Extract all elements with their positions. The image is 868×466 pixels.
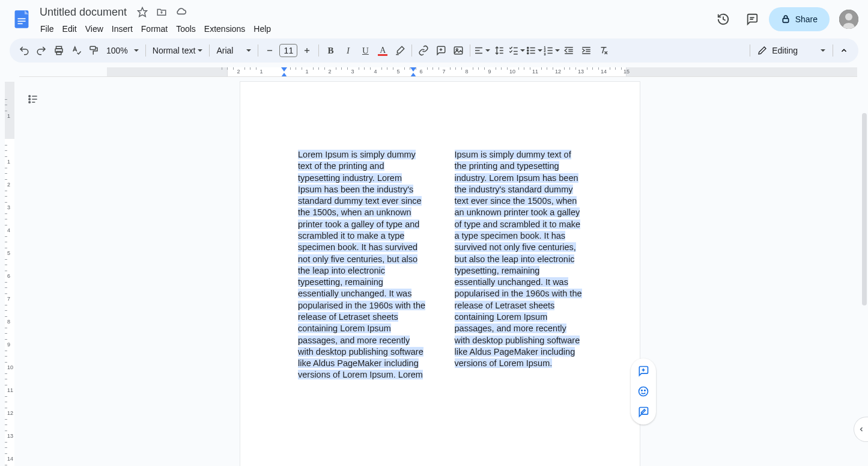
menu-tools[interactable]: Tools	[172, 23, 200, 35]
svg-point-64	[645, 390, 646, 391]
svg-rect-3	[17, 23, 22, 25]
highlight-button[interactable]	[392, 42, 408, 59]
undo-button[interactable]	[16, 42, 32, 59]
svg-rect-7	[783, 19, 788, 23]
paragraph-style-dropdown[interactable]: Normal text	[149, 46, 207, 55]
add-comment-icon[interactable]	[634, 362, 652, 380]
star-icon[interactable]	[135, 5, 150, 19]
clear-formatting-button[interactable]	[595, 42, 612, 59]
menu-edit[interactable]: Edit	[58, 23, 81, 35]
zoom-dropdown[interactable]: 100%	[103, 46, 142, 55]
menu-insert[interactable]: Insert	[108, 23, 137, 35]
column-1[interactable]: Lorem Ipsum is simply dummy text of the …	[298, 149, 426, 381]
editing-mode-dropdown[interactable]: Editing	[753, 46, 830, 55]
column-2[interactable]: Ipsum is simply dummy text of the printi…	[455, 149, 583, 381]
toolbar: 100% Normal text Arial B I U A 123 Editi…	[10, 38, 858, 63]
svg-point-33	[527, 50, 529, 51]
insert-image-button[interactable]	[450, 42, 467, 59]
vertical-ruler[interactable]: 112345678910111213141516	[0, 77, 19, 466]
move-icon[interactable]	[154, 5, 169, 19]
paint-format-button[interactable]	[85, 42, 102, 59]
svg-point-9	[845, 13, 852, 20]
insert-link-button[interactable]	[415, 42, 432, 59]
svg-point-54	[29, 96, 31, 97]
decrease-indent-button[interactable]	[560, 42, 577, 59]
svg-point-55	[29, 99, 31, 100]
cloud-status-icon[interactable]	[174, 5, 188, 19]
italic-button[interactable]: I	[339, 42, 356, 59]
menu-file[interactable]: File	[36, 23, 58, 35]
side-actions	[631, 358, 656, 425]
font-size-input[interactable]	[279, 44, 297, 57]
suggest-edits-icon[interactable]	[634, 403, 652, 421]
menu-bar: File Edit View Insert Format Tools Exten…	[36, 22, 711, 36]
svg-rect-13	[90, 46, 96, 49]
svg-point-56	[29, 102, 31, 103]
horizontal-ruler[interactable]: 21123456789101112131415	[19, 67, 857, 77]
add-emoji-icon[interactable]	[634, 382, 652, 400]
print-button[interactable]	[50, 42, 67, 59]
docs-logo-icon[interactable]	[10, 7, 34, 31]
increase-indent-button[interactable]	[578, 42, 595, 59]
text-color-button[interactable]: A	[374, 42, 391, 59]
history-icon[interactable]	[711, 7, 735, 31]
comments-icon[interactable]	[740, 7, 764, 31]
svg-marker-4	[138, 8, 147, 17]
align-button[interactable]	[473, 42, 490, 59]
title-bar: Untitled document File Edit View Insert …	[0, 0, 868, 38]
svg-point-34	[527, 52, 529, 54]
checklist-button[interactable]	[508, 42, 525, 59]
menu-format[interactable]: Format	[137, 23, 172, 35]
document-area[interactable]: Lorem Ipsum is simply dummy text of the …	[19, 77, 861, 466]
insert-comment-button[interactable]	[432, 42, 449, 59]
numbered-list-button[interactable]: 123	[543, 42, 560, 59]
document-title[interactable]: Untitled document	[36, 5, 130, 20]
menu-extensions[interactable]: Extensions	[200, 23, 249, 35]
share-label: Share	[795, 14, 818, 24]
font-family-dropdown[interactable]: Arial	[213, 46, 255, 55]
scrollbar[interactable]	[861, 77, 868, 466]
share-button[interactable]: Share	[769, 7, 830, 31]
spellcheck-button[interactable]	[68, 42, 85, 59]
svg-point-62	[639, 387, 648, 396]
svg-point-32	[527, 47, 529, 48]
font-size-increase[interactable]	[299, 42, 315, 59]
collapse-toolbar-button[interactable]	[836, 42, 852, 59]
menu-help[interactable]: Help	[249, 23, 275, 35]
scrollbar-thumb[interactable]	[862, 113, 867, 305]
font-size-decrease[interactable]	[261, 42, 278, 59]
title-area: Untitled document File Edit View Insert …	[36, 2, 711, 36]
document-page[interactable]: Lorem Ipsum is simply dummy text of the …	[240, 82, 640, 466]
redo-button[interactable]	[33, 42, 50, 59]
svg-rect-1	[17, 18, 25, 19]
underline-button[interactable]: U	[357, 42, 374, 59]
bulleted-list-button[interactable]	[526, 42, 542, 59]
bold-button[interactable]: B	[322, 42, 339, 59]
svg-rect-2	[17, 20, 25, 22]
svg-point-63	[642, 390, 643, 391]
document-outline-button[interactable]	[24, 90, 42, 108]
line-spacing-button[interactable]	[491, 42, 508, 59]
user-avatar[interactable]	[839, 10, 858, 29]
menu-view[interactable]: View	[81, 23, 108, 35]
svg-text:3: 3	[544, 52, 546, 56]
